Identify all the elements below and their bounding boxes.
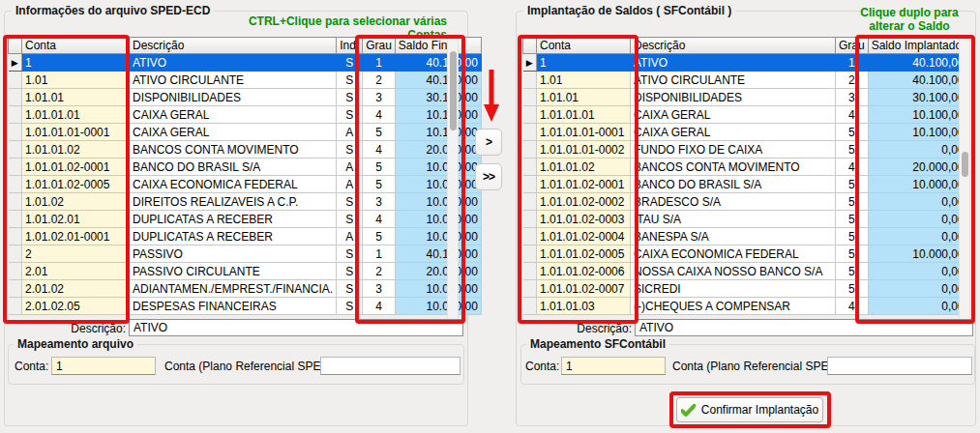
row-indicator-cell: ▶ (523, 54, 537, 72)
cell-descricao: BANCO DO BRASIL S/A (130, 159, 337, 176)
cell-conta: 1.01.01.02-0006 (537, 263, 631, 280)
table-row[interactable]: 1.01.01.02-0004BANESPA S/A50,00 (523, 228, 968, 245)
table-row[interactable]: 1.01.01.01-0002FUNDO FIXO DE CAIXA50,00 (523, 141, 968, 159)
left-conta-input[interactable] (51, 357, 156, 375)
left-scrollbar-thumb[interactable] (450, 51, 457, 130)
cell-saldo-final: 10.100,00 (395, 106, 481, 124)
table-row[interactable]: 1.01.01.01-0001CAIXA GERAL510.100,00 (523, 124, 968, 141)
move-all-button[interactable]: >> (475, 163, 502, 190)
cell-saldo-final: 20.000,00 (395, 141, 481, 159)
row-indicator-cell (9, 298, 22, 315)
move-selected-button[interactable]: > (475, 129, 502, 156)
row-indicator-cell (9, 89, 22, 106)
cell-grau: 5 (836, 193, 869, 211)
cell-grau: 5 (836, 124, 869, 141)
table-row[interactable]: 1.01.01.02-0001BANCO DO BRASIL S/AA510.0… (9, 159, 482, 176)
table-row[interactable]: ▶1ATIVOS140.100,00 (9, 54, 482, 72)
row-indicator-cell (523, 245, 537, 263)
table-row[interactable]: 1.01.01.02BANCOS CONTA MOVIMENTO420.000,… (523, 159, 968, 176)
cell-descricao: PASSIVO (130, 245, 337, 263)
table-row[interactable]: 1.01.01.02-0005CAIXA ECONOMICA FEDERALA5… (9, 176, 482, 193)
cell-conta: 1.01.01.02 (22, 141, 130, 159)
column-header-descricao[interactable]: Descrição (631, 38, 836, 54)
row-indicator-cell (9, 124, 22, 141)
table-row[interactable]: 1.01.01.01-0001CAIXA GERALA510.100,00 (9, 124, 482, 141)
row-indicator-cell (9, 159, 22, 176)
row-indicator-cell (9, 176, 22, 193)
cell-descricao: CAIXA GERAL (631, 106, 836, 124)
row-indicator-cell (9, 211, 22, 228)
table-row[interactable]: 1.01.02.01-0001DUPLICATAS A RECEBERA510.… (9, 228, 482, 245)
cell-conta: 2 (22, 245, 130, 263)
table-row[interactable]: 1.01ATIVO CIRCULANTE240.100,00 (523, 72, 968, 89)
table-row[interactable]: 2.01.02ADIANTAMEN./EMPREST./FINANCIA.S31… (9, 280, 482, 298)
table-row[interactable]: 1.01.01.01CAIXA GERAL410.100,00 (523, 106, 968, 124)
cell-conta: 1.01.01.02 (537, 159, 631, 176)
cell-saldo-final: 10.000,00 (395, 280, 481, 298)
table-row[interactable]: 1.01.01.03(-)CHEQUES A COMPENSAR40,00 (523, 298, 968, 315)
cell-descricao: DESPESAS FINANCEIRAS (130, 298, 337, 315)
column-header-conta[interactable]: Conta (22, 38, 130, 54)
table-row[interactable]: 1.01.01DISPONIBILIDADESS330.100,00 (9, 89, 482, 106)
cell-conta: 1.01.01.02-0005 (22, 176, 130, 193)
table-row[interactable]: 1.01.01.02-0003ITAU S/A50,00 (523, 211, 968, 228)
cell-grau: 4 (363, 211, 396, 228)
right-table-scrollbar[interactable] (959, 37, 970, 320)
table-row[interactable]: 1.01.01.01CAIXA GERALS410.100,00 (9, 106, 482, 124)
cell-saldo-final: 40.100,00 (395, 54, 481, 72)
table-row[interactable]: 1.01.02.01DUPLICATAS A RECEBERS410.000,0… (9, 211, 482, 228)
column-header-saldo-implantado[interactable]: Saldo Implantado (868, 38, 967, 54)
table-row[interactable]: 2.01PASSIVO CIRCULANTES220.000,00 (9, 263, 482, 280)
cell-conta: 1.01.02.01 (22, 211, 130, 228)
cell-descricao: CAIXA ECONOMICA FEDERAL (631, 245, 836, 263)
row-indicator-cell (523, 228, 537, 245)
cell-conta: 1.01.02 (22, 193, 130, 211)
table-row[interactable]: 1.01ATIVO CIRCULANTES240.100,00 (9, 72, 482, 89)
table-row[interactable]: 1.01.01.02-0001BANCO DO BRASIL S/A510.00… (523, 176, 968, 193)
column-header-descricao[interactable]: Descrição (130, 38, 337, 54)
table-row[interactable]: 2PASSIVOS140.100,00 (9, 245, 482, 263)
row-indicator-cell (9, 263, 22, 280)
column-header-grau[interactable]: Grau (836, 38, 869, 54)
column-header-grau[interactable]: Grau (363, 38, 396, 54)
row-indicator-cell (523, 193, 537, 211)
table-row[interactable]: 2.01.02.05DESPESAS FINANCEIRASS410.000,0… (9, 298, 482, 315)
table-row[interactable]: 1.01.01.02BANCOS CONTA MOVIMENTOS420.000… (9, 141, 482, 159)
cell-grau: 5 (836, 176, 869, 193)
table-row[interactable]: 1.01.01.02-0005CAIXA ECONOMICA FEDERAL51… (523, 245, 968, 263)
cell-saldo-implantado: 0,00 (868, 141, 967, 159)
table-row[interactable]: 1.01.02DIREITOS REALIZAVEIS A C.P.S310.0… (9, 193, 482, 211)
column-header-conta[interactable]: Conta (537, 38, 631, 54)
cell-grau: 5 (363, 228, 396, 245)
cell-saldo-implantado: 0,00 (868, 263, 967, 280)
row-indicator-cell (523, 159, 537, 176)
row-indicator-cell (523, 72, 537, 89)
cell-grau: 2 (363, 72, 396, 89)
right-ref-sped-input[interactable] (827, 357, 972, 375)
cell-descricao: DUPLICATAS A RECEBER (130, 228, 337, 245)
cell-descricao: ITAU S/A (631, 211, 836, 228)
cell-saldo-implantado: 20.000,00 (868, 159, 967, 176)
cell-descricao: FUNDO FIXO DE CAIXA (631, 141, 836, 159)
cell-saldo-implantado: 10.100,00 (868, 106, 967, 124)
table-header-row: Conta Descrição Grau Saldo Implantado (523, 38, 968, 54)
cell-grau: 5 (836, 141, 869, 159)
column-header-ind[interactable]: Ind. (337, 38, 363, 54)
row-indicator-cell (523, 263, 537, 280)
table-row[interactable]: 1.01.01DISPONIBILIDADES330.100,00 (523, 89, 968, 106)
table-row[interactable]: 1.01.01.02-0002BRADESCO S/A50,00 (523, 193, 968, 211)
left-ref-sped-input[interactable] (320, 357, 460, 375)
table-row[interactable]: ▶1ATIVO140.100,00 (523, 54, 968, 72)
table-row[interactable]: 1.01.01.02-0007SICREDI50,00 (523, 280, 968, 298)
right-scrollbar-thumb[interactable] (962, 152, 968, 177)
cell-saldo-final: 10.000,00 (395, 193, 481, 211)
cell-ind: A (337, 124, 363, 141)
confirm-implantation-button[interactable]: Confirmar Implantação (676, 397, 823, 422)
cell-descricao: ATIVO (130, 54, 337, 72)
table-row[interactable]: 1.01.01.02-0006NOSSA CAIXA NOSSO BANCO S… (523, 263, 968, 280)
right-conta-input[interactable] (561, 357, 666, 375)
cell-descricao: NOSSA CAIXA NOSSO BANCO S/A (631, 263, 836, 280)
column-header-saldo-final[interactable]: Saldo Final (395, 38, 481, 54)
row-indicator-cell (9, 280, 22, 298)
left-table-scrollbar[interactable] (447, 37, 459, 320)
